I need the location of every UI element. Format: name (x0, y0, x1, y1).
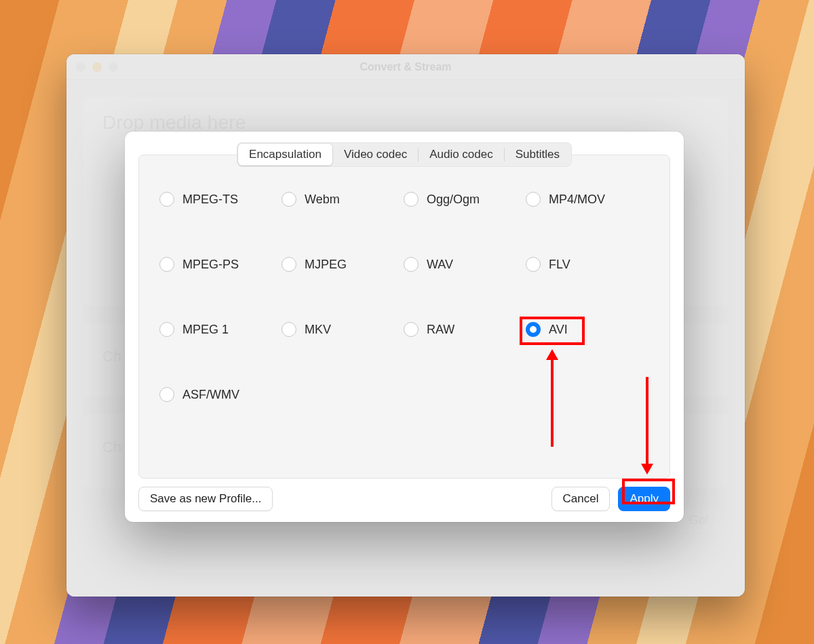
radio-label: RAW (427, 323, 454, 337)
choose-destination-label-fragment: Ch (102, 439, 121, 456)
apply-button[interactable]: Apply (618, 487, 670, 511)
encapsulation-radio-group: MPEG-TS Webm Ogg/Ogm MP4/MOV MPEG-PS MJP… (159, 192, 649, 452)
zoom-icon[interactable] (109, 62, 118, 72)
radio-label: MPEG-TS (182, 193, 238, 207)
radio-icon (159, 387, 174, 402)
radio-icon (282, 192, 296, 207)
radio-label: MKV (305, 323, 331, 337)
radio-avi[interactable]: AVI (526, 322, 648, 337)
radio-label: ASF/WMV (182, 388, 239, 402)
radio-mkv[interactable]: MKV (282, 322, 404, 337)
radio-icon (404, 322, 419, 337)
radio-mpeg1[interactable]: MPEG 1 (159, 322, 282, 337)
radio-label: MP4/MOV (549, 193, 605, 207)
radio-icon (282, 322, 296, 337)
titlebar: Convert & Stream (66, 54, 745, 80)
radio-mpeg-ts[interactable]: MPEG-TS (159, 192, 282, 207)
radio-mpeg-ps[interactable]: MPEG-PS (159, 257, 282, 272)
encapsulation-panel: MPEG-TS Webm Ogg/Ogm MP4/MOV MPEG-PS MJP… (138, 155, 670, 479)
radio-label: Ogg/Ogm (427, 193, 480, 207)
radio-label: MPEG-PS (182, 258, 239, 272)
radio-icon (159, 257, 174, 272)
sheet-button-row: Save as new Profile... Cancel Apply (138, 479, 670, 511)
radio-flv[interactable]: FLV (526, 257, 648, 272)
radio-mp4[interactable]: MP4/MOV (526, 192, 648, 207)
radio-label: MPEG 1 (182, 323, 229, 337)
tab-bar: Encapsulation Video codec Audio codec Su… (237, 142, 572, 167)
radio-wav[interactable]: WAV (404, 257, 526, 272)
radio-label: MJPEG (305, 258, 347, 272)
close-icon[interactable] (76, 62, 85, 72)
tab-encapsulation[interactable]: Encapsulation (238, 144, 332, 165)
radio-webm[interactable]: Webm (282, 192, 404, 207)
radio-icon (159, 322, 174, 337)
profile-edit-sheet: Encapsulation Video codec Audio codec Su… (125, 132, 684, 522)
choose-profile-label-fragment: Ch (102, 348, 121, 365)
window-title: Convert & Stream (76, 61, 735, 73)
tab-subtitles[interactable]: Subtitles (505, 144, 570, 165)
save-profile-button[interactable]: Save as new Profile... (138, 487, 273, 511)
tab-video-codec[interactable]: Video codec (333, 144, 418, 165)
radio-raw[interactable]: RAW (404, 322, 526, 337)
radio-mjpeg[interactable]: MJPEG (282, 257, 404, 272)
window-controls (76, 62, 118, 72)
radio-label: FLV (549, 258, 570, 272)
radio-icon (159, 192, 174, 207)
radio-label: WAV (427, 258, 453, 272)
radio-label: AVI (549, 323, 568, 337)
radio-asf[interactable]: ASF/WMV (159, 387, 282, 402)
radio-label: Webm (305, 193, 340, 207)
radio-icon (404, 192, 419, 207)
radio-icon (282, 257, 296, 272)
radio-icon (526, 322, 541, 337)
drop-media-label: Drop media here (102, 112, 246, 133)
minimize-icon[interactable] (92, 62, 102, 72)
radio-ogg[interactable]: Ogg/Ogm (404, 192, 526, 207)
radio-icon (526, 257, 541, 272)
cancel-button[interactable]: Cancel (551, 487, 610, 511)
radio-icon (526, 192, 541, 207)
tab-audio-codec[interactable]: Audio codec (419, 144, 504, 165)
radio-icon (404, 257, 419, 272)
